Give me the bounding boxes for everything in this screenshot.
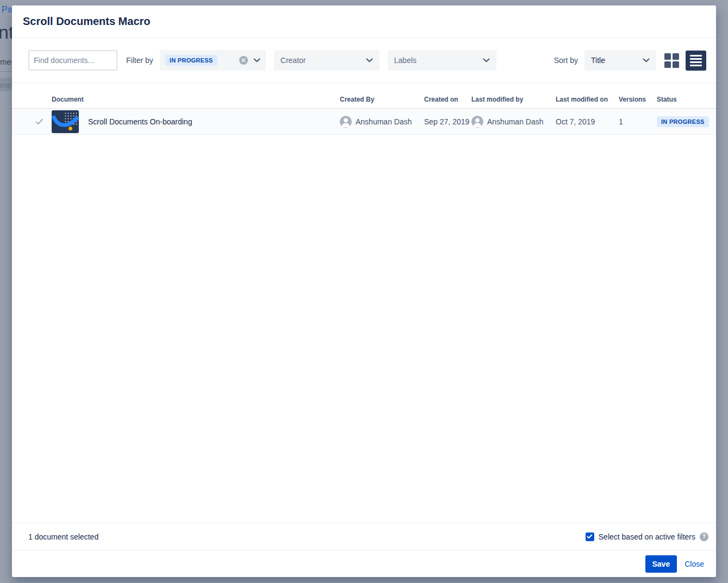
table-row[interactable]: Scroll Documents On-boarding Anshuman Da… <box>12 109 716 135</box>
list-view-icon <box>690 54 702 67</box>
filter-toolbar: Filter by IN PROGRESS Creator <box>12 38 716 83</box>
sort-by-label: Sort by <box>554 56 578 65</box>
selection-summary: 1 document selected <box>28 532 98 541</box>
documents-table: Document Created By Created on Last modi… <box>12 83 716 135</box>
table-header-row: Document Created By Created on Last modi… <box>12 83 716 109</box>
help-icon[interactable]: ? <box>700 532 708 541</box>
status-badge: IN PROGRESS <box>657 116 709 127</box>
column-header-status: Status <box>657 96 716 108</box>
selected-check-icon <box>35 118 43 125</box>
filter-by-label: Filter by <box>126 56 153 65</box>
document-title: Scroll Documents On-boarding <box>88 117 192 126</box>
labels-filter-label: Labels <box>394 56 477 65</box>
chevron-down-icon <box>643 58 650 62</box>
dialog-title: Scroll Documents Macro <box>23 15 151 28</box>
creator-filter-label: Creator <box>281 56 360 65</box>
chevron-down-icon <box>253 58 260 62</box>
last-modified-on-date: Oct 7, 2019 <box>556 117 619 126</box>
status-filter-dropdown[interactable]: IN PROGRESS <box>160 50 266 71</box>
sort-value: Title <box>591 56 637 65</box>
active-filters-checkbox[interactable] <box>586 532 594 541</box>
grid-view-button[interactable] <box>664 53 679 68</box>
chevron-down-icon <box>366 58 373 62</box>
list-view-button[interactable] <box>686 51 706 71</box>
column-header-created-on: Created on <box>424 96 471 108</box>
labels-filter-dropdown[interactable]: Labels <box>388 50 496 71</box>
column-header-versions: Versions <box>619 96 657 108</box>
creator-filter-dropdown[interactable]: Creator <box>274 50 379 71</box>
active-filters-checkbox-label: Select based on active filters <box>599 532 695 541</box>
status-filter-chip: IN PROGRESS <box>165 55 217 66</box>
selection-footer: 1 document selected Select based on acti… <box>12 523 716 550</box>
dialog-header: Scroll Documents Macro <box>12 5 716 38</box>
save-button[interactable]: Save <box>645 555 677 573</box>
sort-dropdown[interactable]: Title <box>584 50 656 71</box>
document-thumbnail <box>52 110 79 133</box>
avatar <box>340 116 352 128</box>
chevron-down-icon <box>483 58 490 62</box>
column-header-last-modified-by: Last modified by <box>471 96 556 108</box>
background-divider <box>0 71 12 72</box>
close-button[interactable]: Close <box>685 560 704 568</box>
created-by-name: Anshuman Dash <box>356 117 412 126</box>
dialog-actions-footer: Save Close <box>12 550 716 577</box>
created-on-date: Sep 27, 2019 <box>424 117 471 126</box>
avatar <box>471 116 483 128</box>
last-modified-by-name: Anshuman Dash <box>487 117 544 126</box>
versions-count: 1 <box>619 117 657 126</box>
screen: Pag nt mer mer Scroll Documents Macro Fi… <box>0 0 728 583</box>
scroll-documents-macro-dialog: Scroll Documents Macro Filter by IN PROG… <box>12 5 716 577</box>
column-header-document: Document <box>52 96 340 108</box>
grid-view-icon <box>664 53 679 68</box>
search-input[interactable] <box>28 50 117 71</box>
thumbnail-accent-dot <box>69 127 72 130</box>
column-header-created-by: Created By <box>340 96 424 108</box>
column-header-last-modified-on: Last modified on <box>556 96 619 108</box>
clear-filter-icon[interactable] <box>239 56 248 65</box>
